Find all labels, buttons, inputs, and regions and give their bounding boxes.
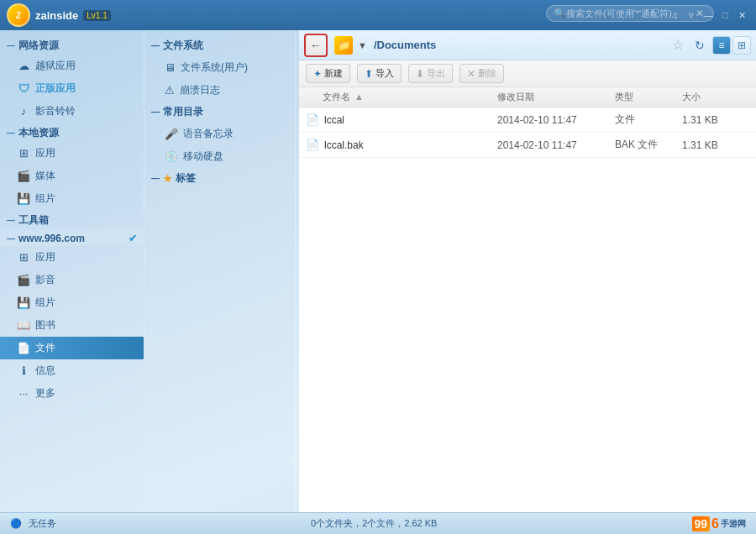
www-verify-icon: ✔ <box>129 233 137 244</box>
network-section-header[interactable]: — 网络资源 <box>0 35 144 55</box>
toolbox-section-header[interactable]: — 工具箱 <box>0 210 144 229</box>
minimize-button[interactable]: — <box>701 8 716 23</box>
collapse-icon-tags: — <box>151 174 160 183</box>
delete-button[interactable]: ✕ 删除 <box>459 64 504 83</box>
sidebar-item-www-docs[interactable]: 📄 文件 <box>0 337 144 359</box>
sidebar-label-music: 影音铃铃 <box>35 104 137 118</box>
sidebar-label-online-apps: 越狱应用 <box>35 59 137 73</box>
new-icon: ✦ <box>313 68 322 80</box>
grid-icon-www: ⊞ <box>17 251 30 264</box>
doc-icon: 📄 <box>17 342 30 355</box>
sidebar-item-online-apps[interactable]: ☁ 越狱应用 <box>0 55 144 77</box>
new-button[interactable]: ✦ 新建 <box>306 64 350 83</box>
sidebar-item-www-media[interactable]: 🎬 影音 <box>0 269 144 291</box>
common-dir-section-header[interactable]: — 常用目录 <box>144 102 295 123</box>
path-label: /Documents <box>374 39 436 51</box>
usb-dir-item[interactable]: 💿 移动硬盘 <box>144 145 295 168</box>
chip-icon-www: 💾 <box>17 296 30 310</box>
star-button[interactable]: ☆ <box>669 36 687 55</box>
import-label: 导入 <box>375 67 394 80</box>
file-name-cell: 📄 lccal <box>306 113 497 127</box>
sort-arrow-icon: ▲ <box>354 92 364 102</box>
table-row[interactable]: 📄 lccal 2014-02-10 11:47 文件 1.31 KB <box>299 107 756 133</box>
usb-icon: 💿 <box>165 150 178 163</box>
warning-icon: ⚠ <box>165 84 175 97</box>
sidebar-item-local-apps[interactable]: ⊞ 应用 <box>0 142 144 165</box>
media-icon: 🎬 <box>17 170 30 183</box>
back-button[interactable]: ← <box>304 34 328 57</box>
sidebar-item-local-chip[interactable]: 💾 组片 <box>0 187 144 210</box>
shield-icon: 🛡 <box>17 82 30 96</box>
import-button[interactable]: ⬆ 导入 <box>357 64 402 83</box>
logo-99: 99 <box>692 516 711 531</box>
avatar: Z <box>7 3 30 27</box>
content-toolbar: ← 📁 ▼ /Documents ☆ ↻ ≡ ⊞ <box>299 30 756 60</box>
sidebar-label-www-books: 图书 <box>35 318 137 332</box>
more-icon: ··· <box>17 387 30 400</box>
voice-dir-item[interactable]: 🎤 语音备忘录 <box>144 123 295 145</box>
sidebar-item-www-apps[interactable]: ⊞ 应用 <box>0 246 144 269</box>
media-icon-www: 🎬 <box>17 274 30 287</box>
sidebar-label-www-docs: 文件 <box>35 341 137 355</box>
status-left: 🔵 无任务 <box>10 517 56 530</box>
logo-text: 手游网 <box>721 518 746 530</box>
file-size-cell-2: 1.31 KB <box>682 139 749 151</box>
sidebar-label-genuine-apps: 正版应用 <box>35 81 137 96</box>
www-section-header[interactable]: — www.996.com ✔ <box>0 229 144 246</box>
user-level: Lv1.1 <box>83 10 110 21</box>
sidebar-item-local-media[interactable]: 🎬 媒体 <box>0 165 144 187</box>
cloud-icon: ☁ <box>17 60 30 73</box>
content-area: ← 📁 ▼ /Documents ☆ ↻ ≡ ⊞ ✦ 新建 ⬆ 导入 <box>299 30 756 512</box>
action-bar: ✦ 新建 ⬆ 导入 ⬇ 导出 ✕ 删除 <box>299 60 756 87</box>
import-icon: ⬆ <box>365 68 373 80</box>
delete-label: 删除 <box>478 67 496 80</box>
status-bar-right: 99 6 手游网 <box>692 516 746 531</box>
list-view-button[interactable]: ≡ <box>712 36 731 55</box>
sidebar-item-genuine-apps[interactable]: 🛡 正版应用 <box>0 77 144 100</box>
search-icon: 🔍 <box>554 8 566 19</box>
restore-button[interactable]: □ <box>717 8 732 23</box>
sidebar-item-www-info[interactable]: ℹ 信息 <box>0 359 144 382</box>
computer-icon: 🖥 <box>165 61 176 74</box>
path-separator: ▼ <box>358 40 367 50</box>
collapse-icon-toolbox: — <box>7 216 15 225</box>
logo-badge: 99 6 手游网 <box>692 516 746 531</box>
file-size-cell: 1.31 KB <box>682 114 749 126</box>
fs-log-label: 崩溃日志 <box>180 83 220 97</box>
back-arrow-icon: ← <box>310 39 322 52</box>
title-controls: ♫ ▿ — □ ✕ <box>667 8 749 23</box>
tags-label: ★ <box>163 173 172 185</box>
table-row[interactable]: 📄 lccal.bak 2014-02-10 11:47 BAK 文件 1.31… <box>299 133 756 158</box>
sidebar-item-www-books[interactable]: 📖 图书 <box>0 314 144 337</box>
file-type-cell: 文件 <box>615 113 682 127</box>
fs-log-item[interactable]: ⚠ 崩溃日志 <box>144 79 295 102</box>
col-header-name: 文件名 ▲ <box>306 91 497 103</box>
collapse-icon-common: — <box>151 107 160 117</box>
voice-dir-label: 语音备忘录 <box>183 127 234 141</box>
copy-button[interactable]: ⬇ 导出 <box>408 64 453 83</box>
refresh-button[interactable]: ↻ <box>690 36 709 55</box>
file-icon-2: 📄 <box>306 139 319 152</box>
local-section-header[interactable]: — 本地资源 <box>0 123 144 142</box>
collapse-icon-www: — <box>7 234 15 243</box>
no-task-icon: 🔵 <box>10 518 22 529</box>
sidebar-item-www-more[interactable]: ··· 更多 <box>0 382 144 405</box>
fs-user-item[interactable]: 🖥 文件系统(用户) <box>144 56 295 79</box>
menu-icon[interactable]: ▿ <box>684 8 699 23</box>
sidebar-label-www-apps: 应用 <box>35 250 137 264</box>
col-header-type: 类型 <box>615 91 682 103</box>
file-date-cell: 2014-02-10 11:47 <box>497 114 615 126</box>
collapse-icon-local: — <box>7 128 15 138</box>
music-note-icon[interactable]: ♫ <box>667 8 682 23</box>
file-panel: — 文件系统 🖥 文件系统(用户) ⚠ 崩溃日志 — 常用目录 🎤 语音备忘录 … <box>144 30 296 512</box>
tags-section-header[interactable]: — ★ 标签 <box>144 168 295 189</box>
sidebar-item-music[interactable]: ♪ 影音铃铃 <box>0 100 144 123</box>
main-layout: — 网络资源 ☁ 越狱应用 🛡 正版应用 ♪ 影音铃铃 — 本地资源 ⊞ 应用 … <box>0 30 756 512</box>
common-dir-section-label: 常用目录 <box>163 105 203 119</box>
collapse-icon-fs: — <box>151 41 160 50</box>
filesystem-section-header[interactable]: — 文件系统 <box>144 35 295 56</box>
tags-section-label: 标签 <box>176 171 196 186</box>
sidebar-item-www-chip[interactable]: 💾 组片 <box>0 291 144 314</box>
grid-view-button[interactable]: ⊞ <box>732 36 751 55</box>
close-button[interactable]: ✕ <box>734 8 749 23</box>
